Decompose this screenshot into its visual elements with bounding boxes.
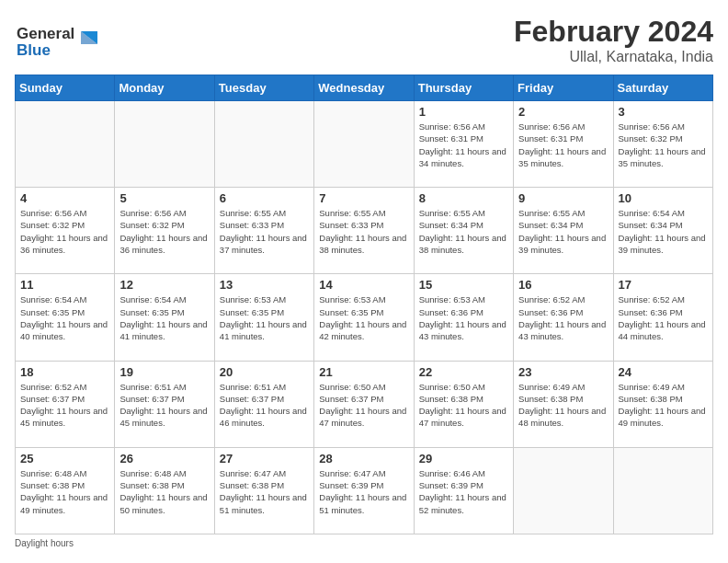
table-row (314, 101, 414, 188)
table-row: 1Sunrise: 6:56 AMSunset: 6:31 PMDaylight… (414, 101, 513, 188)
day-info: Sunrise: 6:48 AMSunset: 6:38 PMDaylight:… (119, 467, 209, 516)
table-row: 8Sunrise: 6:55 AMSunset: 6:34 PMDaylight… (414, 188, 513, 274)
day-number: 27 (220, 452, 309, 465)
table-row: 11Sunrise: 6:54 AMSunset: 6:35 PMDayligh… (16, 274, 115, 361)
col-saturday: Saturday (613, 75, 712, 101)
day-info: Sunrise: 6:52 AMSunset: 6:36 PMDaylight:… (518, 293, 608, 342)
day-number: 3 (619, 105, 708, 119)
day-number: 23 (518, 365, 608, 379)
day-number: 9 (518, 191, 608, 205)
day-number: 14 (319, 278, 408, 292)
day-number: 25 (20, 452, 109, 465)
day-info: Sunrise: 6:55 AMSunset: 6:33 PMDaylight:… (319, 207, 408, 256)
col-friday: Friday (514, 75, 613, 101)
day-info: Sunrise: 6:48 AMSunset: 6:38 PMDaylight:… (20, 467, 109, 516)
table-row: 9Sunrise: 6:55 AMSunset: 6:34 PMDaylight… (514, 188, 613, 274)
day-number: 26 (119, 452, 209, 465)
table-row: 22Sunrise: 6:50 AMSunset: 6:38 PMDayligh… (414, 361, 513, 447)
calendar-week-row: 11Sunrise: 6:54 AMSunset: 6:35 PMDayligh… (16, 274, 713, 361)
calendar-table: Sunday Monday Tuesday Wednesday Thursday… (15, 75, 713, 534)
table-row: 12Sunrise: 6:54 AMSunset: 6:35 PMDayligh… (115, 274, 214, 361)
table-row: 18Sunrise: 6:52 AMSunset: 6:37 PMDayligh… (16, 361, 115, 447)
col-wednesday: Wednesday (314, 75, 414, 101)
day-info: Sunrise: 6:53 AMSunset: 6:36 PMDaylight:… (419, 293, 508, 342)
day-number: 7 (319, 191, 408, 205)
table-row: 7Sunrise: 6:55 AMSunset: 6:33 PMDaylight… (314, 188, 414, 274)
day-info: Sunrise: 6:54 AMSunset: 6:35 PMDaylight:… (20, 293, 109, 342)
day-number: 15 (419, 278, 508, 292)
day-number: 1 (419, 105, 508, 119)
page-subtitle: Ullal, Karnataka, India (514, 49, 713, 65)
table-row: 29Sunrise: 6:46 AMSunset: 6:39 PMDayligh… (414, 447, 513, 534)
table-row: 26Sunrise: 6:48 AMSunset: 6:38 PMDayligh… (115, 447, 214, 534)
day-number: 28 (319, 452, 408, 465)
table-row: 25Sunrise: 6:48 AMSunset: 6:38 PMDayligh… (16, 447, 115, 534)
day-number: 21 (319, 365, 408, 379)
day-number: 24 (619, 365, 708, 379)
col-tuesday: Tuesday (214, 75, 313, 101)
day-info: Sunrise: 6:52 AMSunset: 6:37 PMDaylight:… (20, 381, 109, 430)
table-row: 21Sunrise: 6:50 AMSunset: 6:37 PMDayligh… (314, 361, 414, 447)
day-info: Sunrise: 6:50 AMSunset: 6:38 PMDaylight:… (419, 381, 508, 430)
table-row: 5Sunrise: 6:56 AMSunset: 6:32 PMDaylight… (115, 188, 214, 274)
day-info: Sunrise: 6:49 AMSunset: 6:38 PMDaylight:… (619, 381, 708, 430)
day-info: Sunrise: 6:55 AMSunset: 6:34 PMDaylight:… (518, 207, 608, 256)
day-number: 10 (619, 191, 708, 205)
table-row: 6Sunrise: 6:55 AMSunset: 6:33 PMDaylight… (214, 188, 313, 274)
day-info: Sunrise: 6:55 AMSunset: 6:34 PMDaylight:… (419, 207, 508, 256)
day-info: Sunrise: 6:49 AMSunset: 6:38 PMDaylight:… (518, 381, 608, 430)
day-info: Sunrise: 6:56 AMSunset: 6:32 PMDaylight:… (119, 207, 209, 256)
page-title: February 2024 (514, 15, 713, 49)
table-row (16, 101, 115, 188)
day-info: Sunrise: 6:52 AMSunset: 6:36 PMDaylight:… (619, 293, 708, 342)
svg-text:General: General (17, 25, 74, 42)
day-number: 8 (419, 191, 508, 205)
day-info: Sunrise: 6:51 AMSunset: 6:37 PMDaylight:… (119, 381, 209, 430)
day-info: Sunrise: 6:56 AMSunset: 6:32 PMDaylight:… (619, 121, 708, 169)
col-monday: Monday (115, 75, 214, 101)
day-number: 18 (20, 365, 109, 379)
calendar-header-row: Sunday Monday Tuesday Wednesday Thursday… (16, 75, 713, 101)
table-row (613, 447, 712, 534)
day-info: Sunrise: 6:51 AMSunset: 6:37 PMDaylight:… (220, 381, 309, 430)
table-row: 23Sunrise: 6:49 AMSunset: 6:38 PMDayligh… (514, 361, 613, 447)
table-row: 4Sunrise: 6:56 AMSunset: 6:32 PMDaylight… (16, 188, 115, 274)
table-row (115, 101, 214, 188)
calendar-week-row: 1Sunrise: 6:56 AMSunset: 6:31 PMDaylight… (16, 101, 713, 188)
table-row: 15Sunrise: 6:53 AMSunset: 6:36 PMDayligh… (414, 274, 513, 361)
day-info: Sunrise: 6:55 AMSunset: 6:33 PMDaylight:… (220, 207, 309, 256)
day-number: 2 (518, 105, 608, 119)
col-thursday: Thursday (414, 75, 513, 101)
day-number: 13 (220, 278, 309, 292)
col-sunday: Sunday (16, 75, 115, 101)
day-number: 22 (419, 365, 508, 379)
table-row: 24Sunrise: 6:49 AMSunset: 6:38 PMDayligh… (613, 361, 712, 447)
day-number: 16 (518, 278, 608, 292)
day-info: Sunrise: 6:46 AMSunset: 6:39 PMDaylight:… (419, 467, 508, 516)
day-number: 11 (20, 278, 109, 292)
table-row: 28Sunrise: 6:47 AMSunset: 6:39 PMDayligh… (314, 447, 414, 534)
table-row: 17Sunrise: 6:52 AMSunset: 6:36 PMDayligh… (613, 274, 712, 361)
day-info: Sunrise: 6:56 AMSunset: 6:32 PMDaylight:… (20, 207, 109, 256)
table-row: 10Sunrise: 6:54 AMSunset: 6:34 PMDayligh… (613, 188, 712, 274)
day-info: Sunrise: 6:53 AMSunset: 6:35 PMDaylight:… (220, 293, 309, 342)
calendar-week-row: 4Sunrise: 6:56 AMSunset: 6:32 PMDaylight… (16, 188, 713, 274)
table-row: 19Sunrise: 6:51 AMSunset: 6:37 PMDayligh… (115, 361, 214, 447)
day-info: Sunrise: 6:47 AMSunset: 6:38 PMDaylight:… (220, 467, 309, 516)
day-number: 5 (119, 191, 209, 205)
day-number: 20 (220, 365, 309, 379)
table-row (514, 447, 613, 534)
table-row: 13Sunrise: 6:53 AMSunset: 6:35 PMDayligh… (214, 274, 313, 361)
calendar-week-row: 18Sunrise: 6:52 AMSunset: 6:37 PMDayligh… (16, 361, 713, 447)
day-number: 6 (220, 191, 309, 205)
day-number: 19 (119, 365, 209, 379)
logo: General Blue (15, 15, 116, 64)
day-info: Sunrise: 6:56 AMSunset: 6:31 PMDaylight:… (419, 121, 508, 169)
day-number: 29 (419, 452, 508, 465)
day-info: Sunrise: 6:53 AMSunset: 6:35 PMDaylight:… (319, 293, 408, 342)
header: General Blue February 2024 Ullal, Karnat… (15, 15, 713, 65)
table-row (214, 101, 313, 188)
page: General Blue February 2024 Ullal, Karnat… (0, 0, 728, 563)
footer-note: Daylight hours (15, 538, 713, 548)
logo-svg: General Blue (15, 18, 116, 64)
